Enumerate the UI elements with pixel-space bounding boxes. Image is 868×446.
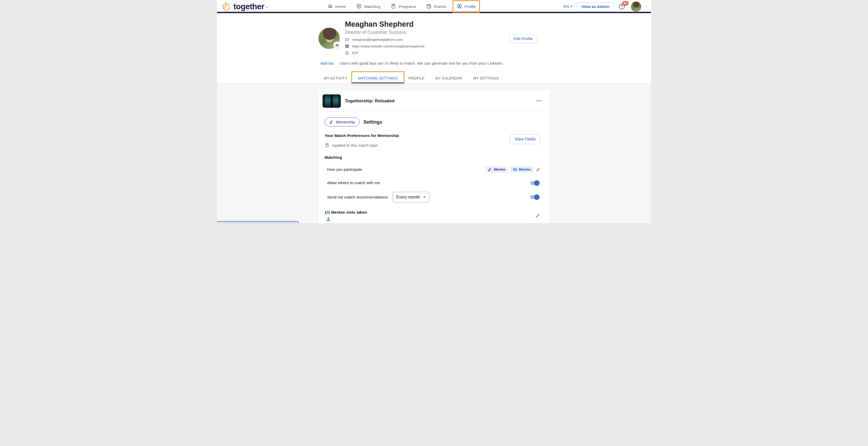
matching-settings-panel: Mentorship Settings Your Match Preferenc… (318, 112, 550, 223)
chevron-down-icon (570, 6, 572, 7)
partial-toast-banner[interactable] (217, 221, 299, 223)
mentor-badge-label: Mentor (494, 168, 505, 171)
edit-participation-button[interactable] (536, 167, 541, 172)
program-thumbnail (322, 94, 341, 108)
preferences-title: Your Match Preferences for Mentorship (324, 133, 542, 138)
pencil-icon (535, 213, 540, 218)
applied-note-text: Applied to this match type (332, 143, 378, 148)
tab-profile[interactable]: PROFILE (403, 73, 430, 83)
main-content: Togethership: Reloaded (217, 83, 651, 223)
pencil-icon (536, 167, 541, 172)
edit-profile-button[interactable]: Edit Profile (509, 34, 537, 43)
email-row: meaghan@togetherplatform.com (345, 37, 425, 42)
logo[interactable]: together (221, 1, 268, 12)
language-label: EN (563, 4, 569, 9)
help-button[interactable]: 65 (618, 3, 625, 10)
home-icon (328, 3, 333, 10)
mentor-badge: Mentor (485, 166, 508, 173)
slot-person-icon (326, 216, 331, 222)
send-recommendations-row: Send me match recommendations Every mont… (327, 192, 541, 202)
email-icon (345, 37, 349, 42)
tab-my-settings[interactable]: MY SETTINGS (468, 73, 504, 83)
mentee-badge: Mentee (510, 166, 533, 173)
events-calendar-icon (426, 3, 432, 10)
bio-hint-text: Users with good bios are 2x likely to ma… (340, 61, 504, 65)
toggle-thumb (534, 180, 539, 186)
tab-matching-settings[interactable]: MATCHING SETTINGS (352, 73, 403, 83)
mentee-slots-block: 1/1 Mentee slots taken (324, 210, 542, 223)
send-recommendations-left: Send me match recommendations Every mont… (327, 192, 429, 202)
tab-my-calendar[interactable]: MY CALENDAR (430, 73, 468, 83)
profile-avatar (318, 28, 340, 49)
user-name: Meaghan Shepherd (345, 20, 414, 29)
matching-search-icon (356, 3, 362, 10)
program-card: Togethership: Reloaded (318, 90, 550, 223)
nav-item-events[interactable]: Events (426, 3, 446, 10)
matching-heading: Matching (324, 155, 542, 160)
nav-label: Matching (364, 4, 380, 9)
mentee-badge-label: Mentee (519, 168, 531, 171)
nav-item-programs[interactable]: Programs (391, 3, 416, 10)
nav-item-home[interactable]: Home (328, 3, 346, 10)
email-value: meaghan@togetherplatform.com (352, 38, 403, 41)
nav-label: Home (335, 4, 346, 9)
nav-item-matching[interactable]: Matching (356, 3, 380, 10)
settings-title-row: Mentorship Settings (324, 117, 542, 127)
frequency-value: Every month (396, 195, 420, 200)
match-type-pill[interactable]: Mentorship (324, 117, 360, 127)
program-title: Togethership: Reloaded (345, 99, 395, 104)
main-nav: Home Matching Programs (328, 0, 476, 13)
timezone-value: EST (352, 51, 359, 55)
top-nav-bar: together Home Matching (217, 0, 651, 13)
change-photo-button[interactable] (333, 41, 341, 49)
send-recommendations-toggle[interactable] (530, 195, 539, 199)
programs-book-icon (391, 3, 396, 10)
topbar-right: EN View as Admin 65 (563, 0, 647, 13)
program-menu-button[interactable] (536, 99, 542, 103)
book-icon (324, 143, 330, 148)
edit-slots-button[interactable] (535, 213, 540, 218)
dropdown-caret-icon (423, 197, 426, 198)
app-root: together Home Matching (217, 0, 651, 223)
match-preferences-block: Your Match Preferences for Mentorship Ap… (324, 133, 542, 148)
hand-logo-icon (221, 1, 232, 12)
timezone-row: EST (345, 51, 425, 55)
language-selector[interactable]: EN (563, 4, 573, 9)
mentee-graduation-cap-icon (513, 167, 517, 172)
nav-label: Events (434, 4, 446, 9)
linkedin-icon: in (345, 44, 349, 48)
applied-note-row: Applied to this match type (324, 143, 542, 148)
participate-values: Mentor Mentee (485, 166, 541, 173)
program-card-header: Togethership: Reloaded (318, 90, 550, 112)
linkedin-row: in https://www.linkedin.com/in/meaghansh… (345, 44, 425, 48)
mentor-people-icon (488, 167, 492, 172)
nav-label: Profile (465, 4, 476, 9)
linkedin-value: https://www.linkedin.com/in/meaghansheph… (352, 44, 425, 48)
participate-label: How you participate (327, 167, 362, 172)
user-avatar[interactable] (631, 2, 641, 12)
profile-person-icon (457, 3, 462, 10)
allow-match-toggle[interactable] (530, 181, 539, 185)
nav-label: Programs (399, 4, 416, 9)
mentorship-people-icon (329, 120, 334, 124)
bio-row: Add bio. Users with good bios are 2x lik… (320, 61, 504, 66)
add-bio-link[interactable]: Add bio. (320, 61, 335, 65)
allow-match-label: Allow others to match with me (327, 180, 380, 185)
view-fields-button[interactable]: View Fields (510, 134, 540, 144)
match-type-label: Mentorship (336, 120, 355, 124)
mentee-slot-icons (326, 216, 542, 223)
nav-item-profile[interactable]: Profile (453, 0, 480, 13)
contact-info: meaghan@togetherplatform.com in https://… (345, 37, 425, 55)
tab-my-activity[interactable]: MY ACTIVITY (318, 73, 352, 83)
avatar-chevron-down-icon[interactable] (645, 6, 647, 7)
camera-icon (335, 43, 339, 47)
toggle-thumb (534, 195, 539, 200)
settings-heading: Settings (363, 119, 382, 125)
participate-row: How you participate Mentor (327, 166, 541, 173)
profile-tabs: MY ACTIVITY MATCHING SETTINGS PROFILE MY… (217, 73, 651, 83)
svg-text:in: in (346, 45, 348, 48)
logo-wordmark: together (234, 2, 264, 11)
frequency-dropdown[interactable]: Every month (393, 192, 429, 202)
send-recommendations-label: Send me match recommendations (327, 195, 388, 200)
view-as-admin-button[interactable]: View as Admin (577, 2, 614, 11)
